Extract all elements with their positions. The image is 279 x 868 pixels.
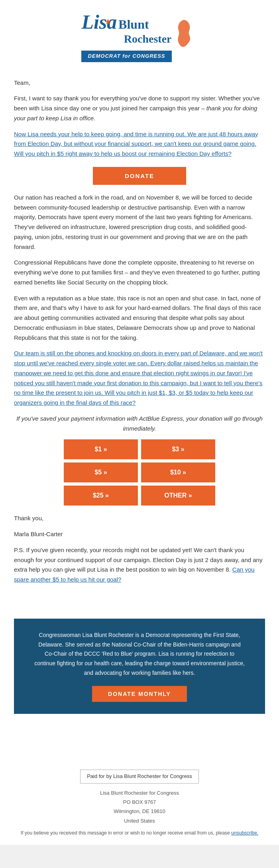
logo-left: ★ Lisa Blunt Rochester DEMOCRAT for CONG… <box>81 12 171 62</box>
address-line2: PO BOX 9767 <box>14 797 265 807</box>
greeting: Team, <box>14 78 265 88</box>
logo-row: ★ Lisa Blunt Rochester DEMOCRAT for CONG… <box>81 12 197 62</box>
donate-monthly-button[interactable]: DONATE MONTHLY <box>92 686 187 702</box>
ps-text: P.S. If you've given recently, your reco… <box>14 545 265 585</box>
header: ★ Lisa Blunt Rochester DEMOCRAT for CONG… <box>0 0 279 70</box>
para4: Congressional Republicans have done the … <box>14 258 265 287</box>
address-line4: United States <box>14 816 265 825</box>
para5: Even with a reputation as a blue state, … <box>14 294 265 343</box>
address-line3: Wilmington, DE 19810 <box>14 807 265 816</box>
donation-btn-10[interactable]: $10 » <box>141 462 215 482</box>
delaware-silhouette <box>174 19 198 51</box>
donation-btn-1[interactable]: $1 » <box>64 439 138 459</box>
footer: Paid for by Lisa Blunt Rochester for Con… <box>0 758 279 845</box>
donation-grid: $1 » $3 » $5 » $10 » $25 » OTHER » <box>64 439 215 506</box>
donate-button[interactable]: DONATE <box>93 167 186 185</box>
body-content: Team, First, I want to say thank you for… <box>0 70 279 758</box>
signature-name: Marla Blunt-Carter <box>14 529 265 539</box>
actblue-note: If you've saved your payment information… <box>14 414 265 434</box>
sign-off: Thank you, <box>14 513 265 523</box>
email-wrapper: ★ Lisa Blunt Rochester DEMOCRAT for CONG… <box>0 0 279 845</box>
para2-link[interactable]: Now Lisa needs your help to keep going, … <box>14 131 258 157</box>
blue-info-box: Congresswoman Lisa Blunt Rochester is a … <box>14 619 265 714</box>
para6-link[interactable]: Our team is still on the phones and knoc… <box>14 350 263 406</box>
donate-btn-container: DONATE <box>14 167 265 185</box>
paid-for-box: Paid for by Lisa Blunt Rochester for Con… <box>80 770 199 784</box>
donation-btn-other[interactable]: OTHER » <box>141 486 215 506</box>
paid-for-text: Paid for by Lisa Blunt Rochester for Con… <box>87 773 192 779</box>
footer-unsubscribe: If you believe you received this message… <box>14 829 265 837</box>
logo-container: ★ Lisa Blunt Rochester DEMOCRAT for CONG… <box>73 8 205 66</box>
star-icon: ★ <box>104 15 112 28</box>
donation-btn-25[interactable]: $25 » <box>64 486 138 506</box>
logo-rochester: Rochester <box>124 33 172 45</box>
donation-btn-5[interactable]: $5 » <box>64 462 138 482</box>
para6: Our team is still on the phones and knoc… <box>14 349 265 408</box>
para3: Our nation has reached a fork in the roa… <box>14 193 265 252</box>
spacer2 <box>14 714 265 730</box>
address-line1: Lisa Blunt Rochester for Congress <box>14 788 265 797</box>
donation-btn-3[interactable]: $3 » <box>141 439 215 459</box>
para2: Now Lisa needs your help to keep going, … <box>14 129 265 159</box>
para1: First, I want to say thank you for every… <box>14 94 265 123</box>
unsubscribe-link[interactable]: unsubscribe. <box>231 830 258 836</box>
spacer3 <box>14 730 265 746</box>
democrat-bar: DEMOCRAT for CONGRESS <box>81 51 171 62</box>
footer-address: Lisa Blunt Rochester for Congress PO BOX… <box>14 788 265 826</box>
logo-blunt: Blunt <box>118 17 149 31</box>
blue-box-description: Congresswoman Lisa Blunt Rochester is a … <box>34 631 245 678</box>
spacer <box>14 591 265 607</box>
